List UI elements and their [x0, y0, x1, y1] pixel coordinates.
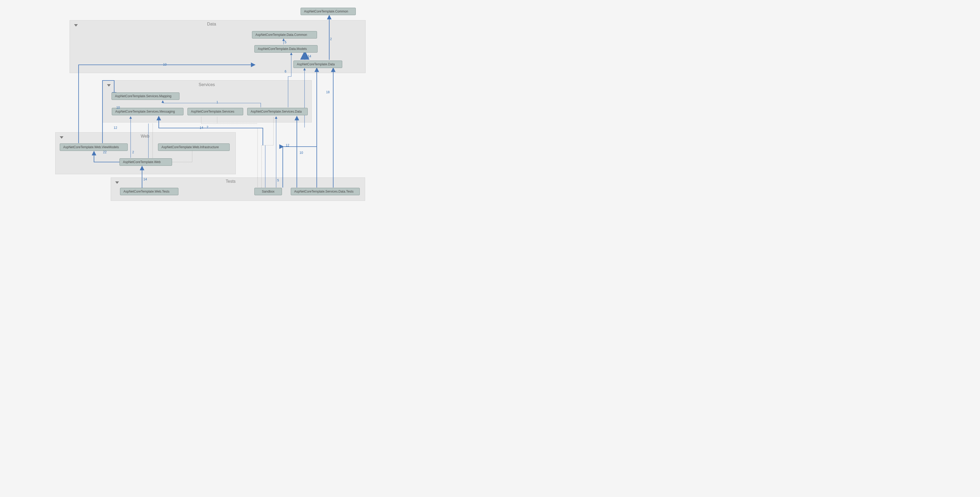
edge-label: 2 — [330, 37, 332, 41]
edge-label: 5 — [285, 40, 286, 44]
node-sandbox[interactable]: Sandbox — [255, 188, 282, 195]
node-data[interactable]: AspNetCoreTemplate.Data — [293, 61, 342, 68]
edge-label: 22 — [103, 150, 107, 154]
node-svc-mapping[interactable]: AspNetCoreTemplate.Services.Mapping — [111, 92, 180, 100]
diagram-canvas: Data Services Web Tests — [0, 0, 403, 204]
node-svc-messaging[interactable]: AspNetCoreTemplate.Services.Messaging — [112, 108, 183, 115]
group-title-data: Data — [207, 22, 216, 27]
group-title-services: Services — [199, 82, 215, 87]
node-svc-data-tests[interactable]: AspNetCoreTemplate.Services.Data.Tests — [291, 188, 360, 195]
node-data-common[interactable]: AspNetCoreTemplate.Data.Common — [252, 31, 317, 38]
node-web-viewmodels[interactable]: AspNetCoreTemplate.Web.ViewModels — [60, 143, 128, 151]
chevron-down-icon[interactable] — [115, 182, 119, 184]
chevron-down-icon[interactable] — [107, 84, 111, 87]
edge-label: 10 — [163, 63, 167, 67]
node-web-infra[interactable]: AspNetCoreTemplate.Web.Infrastructure — [158, 143, 230, 151]
edge-label: 14 — [200, 126, 203, 130]
edge-label: 12 — [114, 126, 117, 130]
node-web[interactable]: AspNetCoreTemplate.Web — [119, 158, 172, 166]
edge-label: 114 — [306, 54, 311, 58]
edge-label: 1 — [216, 100, 218, 104]
edge-label: 10 — [116, 106, 120, 110]
node-svc[interactable]: AspNetCoreTemplate.Services — [188, 108, 243, 115]
node-web-tests[interactable]: AspNetCoreTemplate.Web.Tests — [120, 188, 178, 195]
chevron-down-icon[interactable] — [60, 136, 64, 139]
group-title-web: Web — [141, 134, 150, 139]
edge-label: 5 — [277, 178, 279, 182]
node-svc-data[interactable]: AspNetCoreTemplate.Services.Data — [247, 108, 308, 115]
edge-label: 6 — [285, 70, 286, 73]
chevron-down-icon[interactable] — [74, 24, 78, 27]
edge-label: 2 — [132, 150, 134, 154]
node-data-models[interactable]: AspNetCoreTemplate.Data.Models — [255, 45, 318, 53]
group-title-tests: Tests — [226, 179, 235, 184]
edge-label: 14 — [143, 177, 147, 181]
edge-label: 12 — [286, 143, 289, 147]
edge-label: 18 — [326, 90, 329, 94]
edge-label: 10 — [299, 151, 303, 155]
edge-label: 2 — [207, 125, 208, 129]
node-common[interactable]: AspNetCoreTemplate.Common — [301, 8, 356, 15]
